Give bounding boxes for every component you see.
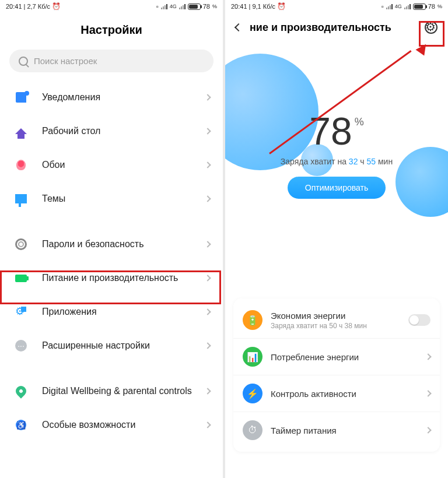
settings-item-notifications[interactable]: Уведомления — [0, 80, 223, 114]
settings-item-battery[interactable]: Питание и производительность — [0, 261, 223, 295]
battery-icon — [188, 3, 201, 10]
battery-screen: 20:41 | 9,1 Кб/с ⏰ ▫ 4G 78% ние и произв… — [225, 0, 448, 478]
gear-icon[interactable] — [425, 21, 438, 34]
chevron-right-icon — [204, 161, 211, 168]
chevron-right-icon — [204, 94, 211, 100]
signal-icon-2 — [404, 3, 411, 9]
screen-title: ние и производительность — [250, 22, 416, 34]
signal-icon — [386, 3, 393, 9]
advanced-icon: ··· — [13, 338, 29, 354]
settings-item-wallpaper[interactable]: Обои — [0, 148, 223, 182]
chevron-right-icon — [204, 421, 211, 428]
settings-item-apps[interactable]: Приложения — [0, 295, 223, 329]
search-placeholder: Поиск настроек — [34, 56, 97, 66]
themes-icon — [13, 191, 29, 207]
settings-item-advanced[interactable]: ··· Расширенные настройки — [0, 329, 223, 363]
status-speed: 9,1 Кб/с — [252, 3, 275, 10]
fingerprint-icon — [13, 236, 29, 252]
network-4g: 4G — [395, 3, 402, 9]
activity-item[interactable]: ⚡ Контроль активности — [233, 375, 440, 412]
network-4g: 4G — [170, 3, 177, 9]
wellbeing-icon — [13, 383, 29, 399]
chevron-right-icon — [425, 353, 431, 360]
usage-icon: 📊 — [243, 347, 262, 367]
signal-icon — [161, 3, 167, 9]
activity-icon: ⚡ — [243, 384, 262, 403]
status-bar: 20:41 | 2,7 Кб/с ⏰ ▫ 4G 78% — [0, 0, 223, 13]
battery-visual: 78% Заряда хватит на 32 ч 55 мин Оптимиз… — [225, 42, 448, 223]
sim-icon: ▫ — [156, 3, 159, 10]
back-button[interactable] — [235, 23, 243, 31]
settings-item-themes[interactable]: Темы — [0, 182, 223, 216]
battery-percent: 78% Заряда хватит на 32 ч 55 мин Оптимиз… — [225, 109, 448, 199]
battery-pct: 78 — [428, 3, 435, 10]
battery-saver-icon: 🔋 — [243, 310, 262, 330]
alarm-icon: ⏰ — [277, 2, 286, 10]
battery-saver-item[interactable]: 🔋 Экономия энергии Заряда хватит на 50 ч… — [233, 302, 440, 339]
chevron-right-icon — [204, 342, 211, 349]
optimize-button[interactable]: Оптимизировать — [288, 177, 386, 199]
chevron-right-icon — [204, 195, 211, 202]
timer-icon: ⏱ — [243, 420, 262, 440]
search-icon — [19, 57, 28, 66]
battery-estimate: Заряда хватит на 32 ч 55 мин — [225, 157, 448, 166]
settings-screen: 20:41 | 2,7 Кб/с ⏰ ▫ 4G 78% Настройки По… — [0, 0, 223, 478]
battery-icon — [413, 3, 426, 10]
sim-icon: ▫ — [382, 3, 384, 10]
settings-item-home[interactable]: Рабочий стол — [0, 114, 223, 148]
chevron-right-icon — [204, 241, 211, 247]
chevron-right-icon — [204, 388, 211, 394]
chevron-right-icon — [204, 275, 211, 281]
chevron-right-icon — [425, 427, 431, 433]
status-bar: 20:41 | 9,1 Кб/с ⏰ ▫ 4G 78% — [225, 0, 448, 13]
timer-item[interactable]: ⏱ Таймер питания — [233, 412, 440, 448]
status-time: 20:41 — [6, 3, 22, 10]
apps-icon — [13, 304, 29, 320]
battery-icon — [13, 270, 29, 286]
page-title: Настройки — [0, 13, 223, 50]
settings-item-accessibility[interactable]: ♿ Особые возможности — [0, 408, 223, 442]
chevron-right-icon — [204, 128, 211, 134]
wallpaper-icon — [13, 157, 29, 173]
chevron-right-icon — [425, 390, 431, 396]
screen-header: ние и производительность — [225, 13, 448, 42]
notifications-icon — [13, 89, 29, 106]
options-card: 🔋 Экономия энергии Заряда хватит на 50 ч… — [233, 298, 440, 452]
battery-pct: 78 — [203, 3, 210, 10]
battery-saver-toggle[interactable] — [408, 314, 430, 326]
accessibility-icon: ♿ — [13, 417, 29, 433]
settings-item-wellbeing[interactable]: Digital Wellbeing & parental controls — [0, 374, 223, 408]
status-time: 20:41 — [231, 3, 247, 10]
status-speed: 2,7 Кб/с — [27, 3, 50, 10]
settings-item-security[interactable]: Пароли и безопасность — [0, 227, 223, 261]
chevron-right-icon — [204, 308, 211, 315]
signal-icon-2 — [179, 3, 186, 9]
home-icon — [13, 123, 29, 139]
alarm-icon: ⏰ — [52, 2, 61, 10]
search-input[interactable]: Поиск настроек — [9, 50, 214, 72]
usage-item[interactable]: 📊 Потребление энергии — [233, 339, 440, 375]
